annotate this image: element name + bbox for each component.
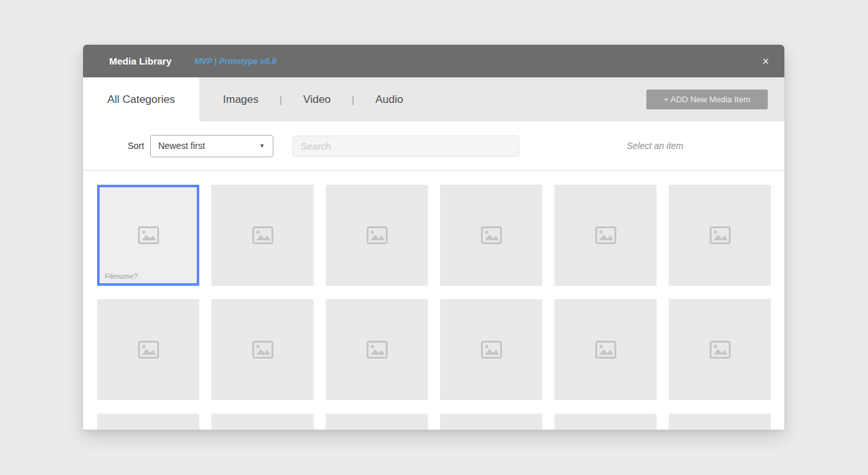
sort-select[interactable]: Newest first ▼ xyxy=(150,135,273,157)
search-input[interactable] xyxy=(293,136,519,157)
image-placeholder-icon xyxy=(710,341,731,359)
media-library-dialog: Media Library MVP | Prototype v0.8 × All… xyxy=(83,45,784,430)
category-tab-bar: All Categories Images | Video | Audio + … xyxy=(83,77,784,121)
media-item-tile[interactable] xyxy=(97,299,199,400)
image-placeholder-icon xyxy=(481,341,502,359)
image-placeholder-icon xyxy=(595,341,616,359)
media-item-tile[interactable] xyxy=(440,185,542,286)
image-placeholder-icon xyxy=(481,226,502,244)
tab-audio[interactable]: Audio xyxy=(376,90,403,110)
tab-video[interactable]: Video xyxy=(303,90,331,110)
media-item-tile[interactable] xyxy=(211,299,314,400)
media-item-tile[interactable] xyxy=(669,299,771,400)
tile-filename-label: Filename? xyxy=(105,272,137,280)
image-placeholder-icon xyxy=(252,226,273,244)
tab-group: Images | Video | Audio xyxy=(223,77,403,121)
add-new-media-item-button[interactable]: + ADD New Media Item xyxy=(646,90,768,109)
tab-all-categories[interactable]: All Categories xyxy=(83,77,199,121)
prototype-version-label: MVP | Prototype v0.8 xyxy=(195,56,277,66)
sort-selected-value: Newest first xyxy=(158,141,205,151)
media-item-tile[interactable] xyxy=(326,414,428,430)
toolbar: Sort Newest first ▼ Select an item xyxy=(83,121,784,171)
chevron-down-icon: ▼ xyxy=(259,143,265,149)
media-item-tile[interactable] xyxy=(211,414,314,430)
image-placeholder-icon xyxy=(252,341,273,359)
media-grid-area: Filename? xyxy=(83,171,784,430)
media-item-tile[interactable] xyxy=(326,299,428,400)
tab-separator: | xyxy=(352,94,354,105)
media-item-tile[interactable] xyxy=(554,299,657,400)
tab-separator: | xyxy=(280,94,282,105)
media-grid: Filename? xyxy=(97,185,784,430)
media-item-tile-selected[interactable]: Filename? xyxy=(97,185,199,286)
image-placeholder-icon xyxy=(138,341,159,359)
media-item-tile[interactable] xyxy=(669,185,771,286)
image-placeholder-icon xyxy=(710,226,731,244)
media-item-tile[interactable] xyxy=(97,414,199,430)
media-item-tile[interactable] xyxy=(440,414,542,430)
selection-hint-text: Select an item xyxy=(627,141,683,151)
media-item-tile[interactable] xyxy=(326,185,428,286)
media-item-tile[interactable] xyxy=(669,414,771,430)
image-placeholder-icon xyxy=(138,226,159,244)
media-item-tile[interactable] xyxy=(554,414,657,430)
media-item-tile[interactable] xyxy=(440,299,542,400)
image-placeholder-icon xyxy=(367,226,388,244)
tab-images[interactable]: Images xyxy=(223,90,259,110)
close-icon[interactable]: × xyxy=(762,56,769,67)
image-placeholder-icon xyxy=(595,226,616,244)
media-item-tile[interactable] xyxy=(211,185,314,286)
image-placeholder-icon xyxy=(367,341,388,359)
dialog-title: Media Library xyxy=(109,56,172,66)
sort-label: Sort xyxy=(128,141,144,151)
media-item-tile[interactable] xyxy=(554,185,657,286)
dialog-header: Media Library MVP | Prototype v0.8 × xyxy=(83,45,784,77)
